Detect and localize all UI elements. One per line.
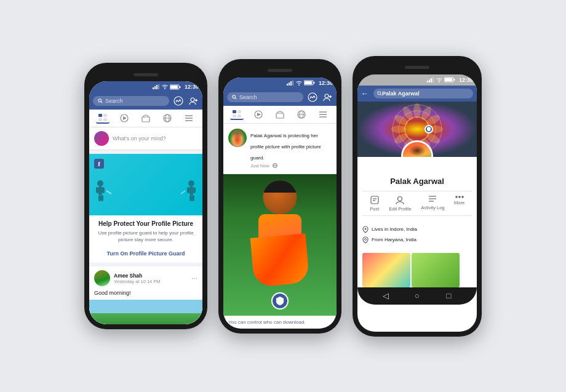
phone2-battery-icon [304, 80, 315, 86]
phone3-recents-button[interactable]: □ [442, 290, 455, 302]
svg-point-76 [378, 91, 381, 94]
svg-rect-2 [156, 85, 157, 89]
post-action-label: Post [370, 206, 379, 212]
phone2-menu-icon [319, 111, 327, 118]
svg-rect-15 [98, 118, 102, 121]
tab-globe[interactable] [161, 113, 174, 124]
avatar-placeholder [94, 131, 109, 146]
phone3-screen: 12:30 ← Palak Agarwal [357, 74, 477, 332]
profile-guard-dot [424, 125, 433, 134]
tab-menu[interactable] [182, 113, 196, 124]
palak-notif-avatar [228, 129, 247, 147]
phone1-top-bar [89, 68, 202, 81]
svg-rect-72 [432, 78, 434, 82]
phone3-search-bar[interactable]: Palak Agarwal [373, 89, 473, 98]
profile-guard-dot-shield [426, 126, 431, 132]
about-from-row: From Haryana, India [362, 236, 472, 244]
svg-rect-54 [237, 110, 241, 113]
svg-rect-71 [431, 78, 432, 82]
phone1-search-box[interactable]: Search [93, 96, 169, 106]
svg-rect-3 [158, 84, 159, 89]
svg-rect-69 [427, 81, 428, 82]
phone-1: 12:30 Search [84, 63, 207, 329]
amee-post-more[interactable]: ··· [191, 274, 197, 282]
svg-line-77 [380, 94, 381, 95]
profile-action-post[interactable]: Post [370, 195, 380, 212]
phone2-time: 12:30 [319, 80, 333, 86]
guard-card-body: Help Protect Your Profile Picture Use pr… [89, 215, 202, 263]
what-mind-text: What's on your mind? [113, 135, 197, 142]
hero-left-figure [94, 178, 116, 212]
phone2-messenger-icon[interactable] [307, 92, 318, 103]
phone2-fb-nav: Search [223, 89, 337, 106]
phone1-tabs [89, 110, 202, 127]
profile-photos-strip [357, 253, 477, 287]
phone1-fb-nav: Search [89, 92, 202, 110]
phone-3: 12:30 ← Palak Agarwal [353, 56, 482, 337]
svg-point-82 [413, 103, 421, 118]
phone2-tab-home[interactable] [230, 109, 244, 120]
svg-rect-37 [189, 195, 192, 201]
svg-rect-14 [103, 114, 107, 117]
from-text: From Haryana, India [372, 237, 417, 242]
whats-on-mind-box[interactable]: What's on your mind? [89, 127, 202, 150]
palak-notification-post: Palak Agarwal is protecting her profile … [223, 124, 337, 174]
wifi-icon [162, 84, 168, 89]
svg-point-49 [308, 93, 317, 102]
svg-point-105 [365, 238, 367, 240]
phone3-back-button[interactable]: ◁ [380, 290, 392, 302]
amee-post-text: Good morning! [89, 290, 202, 300]
tab-video[interactable] [118, 113, 131, 124]
activity-log-label: Activity Log [421, 205, 444, 210]
phone2-video-icon [254, 110, 263, 119]
tab-marketplace[interactable] [139, 113, 153, 124]
phone2-search-box[interactable]: Search [227, 92, 303, 102]
phone2-tab-globe[interactable] [295, 109, 308, 120]
phone2-tab-menu[interactable] [316, 109, 330, 120]
svg-rect-74 [453, 79, 455, 81]
phone3-wifi-icon [436, 78, 442, 82]
profile-name: Palak Agarwal [362, 177, 472, 186]
svg-rect-38 [192, 195, 194, 201]
profile-action-more[interactable]: More [454, 195, 464, 212]
phone1-search-text: Search [105, 98, 123, 104]
phone2-tab-video[interactable] [252, 109, 265, 120]
add-friend-svg [188, 96, 198, 106]
svg-rect-59 [276, 113, 284, 118]
phone2-speaker [268, 69, 292, 72]
amee-post-meta: Amee Shah Yesterday at 10:14 PM [114, 273, 188, 284]
messenger-icon[interactable] [173, 95, 184, 106]
phone2-status-bar: 12:30 [223, 78, 337, 89]
phone1-feed: What's on your mind? [89, 127, 202, 324]
phone2-add-friend-svg [322, 92, 332, 102]
phone3-signal-icon [427, 78, 434, 82]
profile-action-edit[interactable]: Edit Profile [389, 195, 411, 212]
phone-2: 12:30 Search [218, 59, 341, 334]
phone3-time: 12:30 [459, 77, 473, 83]
profile-action-log[interactable]: Activity Log [421, 195, 444, 212]
phone2-search-text: Search [239, 94, 257, 100]
svg-rect-29 [102, 187, 105, 193]
svg-point-7 [98, 99, 102, 102]
phone2-add-friend-icon[interactable] [322, 92, 333, 103]
phone2-tab-marketplace[interactable] [273, 109, 287, 120]
svg-line-48 [235, 98, 236, 99]
amee-post-author: Amee Shah [114, 273, 188, 279]
amee-avatar-img [94, 270, 110, 286]
tab-home[interactable] [96, 113, 110, 124]
svg-rect-42 [290, 81, 292, 86]
activity-log-icon [428, 195, 437, 204]
phone3-home-button[interactable]: ○ [411, 290, 423, 302]
svg-rect-55 [233, 114, 236, 118]
phone3-back-button[interactable]: ← [361, 89, 369, 98]
video-tab-icon [120, 114, 129, 122]
add-friend-icon[interactable] [188, 95, 199, 106]
mini-photo-2[interactable] [412, 253, 460, 287]
svg-rect-28 [96, 187, 98, 193]
guard-title: Help Protect Your Profile Picture [95, 220, 196, 227]
svg-rect-13 [98, 114, 102, 117]
svg-line-39 [181, 191, 185, 194]
svg-rect-30 [98, 195, 101, 201]
mini-photo-1[interactable] [362, 253, 410, 287]
turn-on-guard-button[interactable]: Turn On Profile Picture Guard [105, 249, 188, 258]
